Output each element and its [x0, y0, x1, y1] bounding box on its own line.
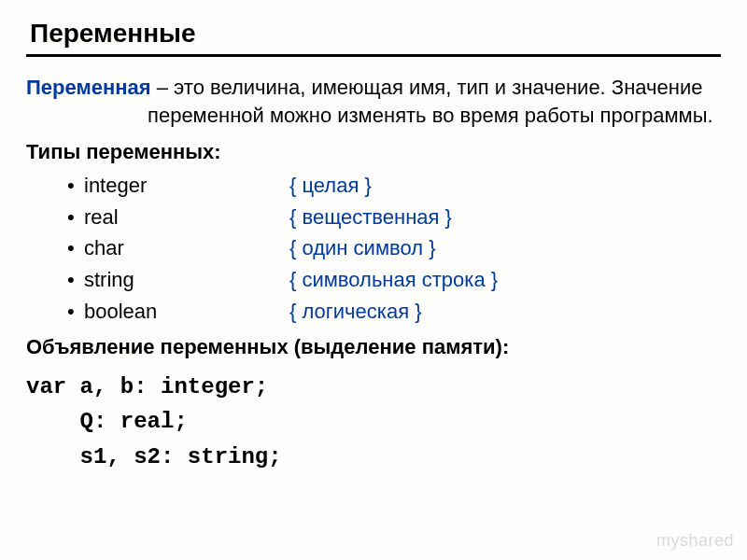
type-desc: { целая } — [289, 172, 372, 200]
types-list: integer { целая } real { вещественная } … — [26, 172, 721, 325]
definition-text: – это величина, имеющая имя, тип и значе… — [148, 76, 713, 127]
type-name: integer — [84, 172, 289, 200]
type-name: real — [84, 203, 289, 231]
code-block: var a, b: integer; Q: real; s1, s2: stri… — [26, 370, 721, 474]
list-item: integer { целая } — [67, 172, 721, 200]
page-title: Переменные — [30, 19, 721, 49]
type-name: char — [84, 234, 289, 262]
code-line: s1, s2: string; — [26, 440, 721, 474]
code-line: Q: real; — [26, 404, 721, 439]
watermark: myshared — [656, 531, 734, 551]
slide: Переменные Переменная – это величина, им… — [0, 0, 747, 560]
title-rule — [26, 54, 721, 57]
list-item: string { символьная строка } — [67, 266, 721, 294]
types-heading: Типы переменных: — [26, 138, 721, 166]
list-item: real { вещественная } — [67, 203, 721, 231]
code-line: var a, b: integer; — [26, 370, 721, 404]
definition: Переменная – это величина, имеющая имя, … — [26, 74, 721, 129]
list-item: char { один символ } — [67, 234, 721, 262]
type-desc: { вещественная } — [289, 203, 452, 231]
type-desc: { логическая } — [289, 298, 422, 326]
type-name: string — [84, 266, 289, 294]
list-item: boolean { логическая } — [67, 298, 721, 326]
type-name: boolean — [84, 298, 289, 326]
declaration-heading: Объявление переменных (выделение памяти)… — [26, 333, 721, 361]
type-desc: { один символ } — [289, 234, 436, 262]
slide-body: Переменная – это величина, имеющая имя, … — [26, 74, 721, 474]
type-desc: { символьная строка } — [289, 266, 498, 294]
definition-term: Переменная — [26, 76, 151, 99]
